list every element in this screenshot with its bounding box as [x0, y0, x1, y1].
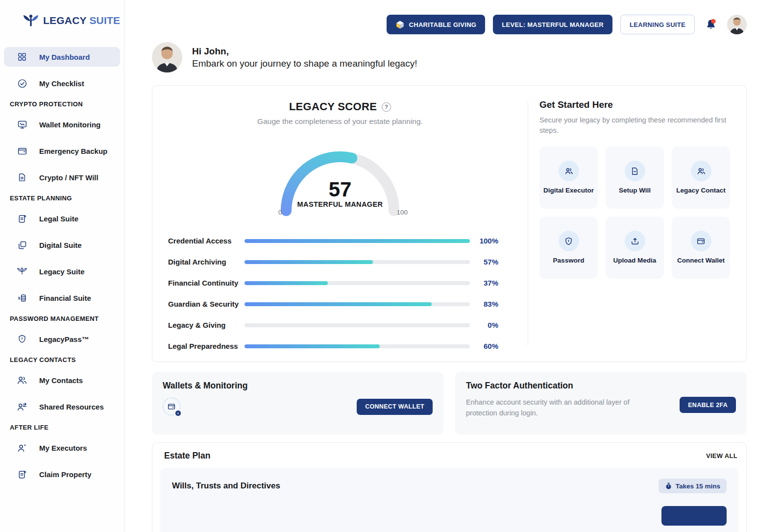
get-started-title: Get Started Here: [539, 99, 730, 110]
charitable-giving-button[interactable]: CHARITABLE GIVING: [387, 15, 486, 34]
help-icon[interactable]: ?: [382, 102, 391, 112]
progress-track: [244, 281, 470, 285]
tile-connect-wallet[interactable]: Connect Wallet: [672, 217, 730, 279]
sidebar-item-my-contacts[interactable]: My Contacts: [4, 370, 120, 390]
time-badge: Takes 15 mins: [659, 479, 727, 493]
sidebar-item-label: My Dashboard: [39, 53, 90, 61]
sidebar-item-claim-property[interactable]: Claim Property: [4, 464, 120, 484]
user-share-icon: [17, 401, 27, 412]
plus-badge-icon: +: [175, 410, 181, 416]
learning-suite-button[interactable]: LEARNING SUITE: [620, 15, 695, 34]
brand-logo[interactable]: LEGACY SUITE: [0, 14, 124, 27]
sidebar-item-financial-suite[interactable]: $ Financial Suite: [4, 288, 120, 308]
get-started-tiles: Digital Executor Setup Will: [539, 146, 730, 279]
sidebar-item-label: Legal Suite: [39, 215, 78, 223]
tile-password[interactable]: Password: [539, 217, 598, 279]
sidebar-item-label: Emergency Backup: [39, 147, 107, 155]
gift-cube-icon: [395, 20, 405, 29]
sidebar-section-estate-planning: ESTATE PLANNING: [0, 194, 124, 203]
time-badge-label: Takes 15 mins: [676, 483, 720, 490]
sidebar-item-label: Wallet Monitoring: [39, 121, 100, 129]
progress-fill: [244, 260, 373, 264]
bar-value: 83%: [470, 300, 498, 308]
bar-value: 57%: [470, 258, 498, 266]
tile-label: Legacy Contact: [673, 186, 729, 194]
document-icon: [625, 161, 645, 181]
wallets-card-title: Wallets & Monitoring: [163, 381, 433, 391]
gauge-min-label: 0: [278, 209, 282, 216]
connect-wallet-button[interactable]: CONNECT WALLET: [357, 399, 433, 415]
user-star-icon: [17, 442, 27, 453]
estate-plan-item: Wills, Trusts and Directives Takes 15 mi…: [160, 468, 738, 532]
twofa-description: Enhance account security with an additio…: [466, 397, 662, 418]
sidebar-item-label: Shared Resources: [39, 403, 104, 411]
sidebar-section-password-management: PASSWORD MANAGEMENT: [0, 314, 124, 323]
notifications-bell-icon[interactable]: [703, 16, 719, 33]
sidebar-item-crypto-nft-will[interactable]: Crypto / NFT Will: [4, 168, 120, 187]
score-bar-row: Guardian & Security 83%: [168, 300, 498, 308]
score-bar-row: Financial Continuity 37%: [168, 279, 498, 287]
dashboard-grid-icon: [17, 51, 27, 62]
sidebar-item-my-executors[interactable]: My Executors: [4, 438, 120, 458]
sidebar-item-shared-resources[interactable]: Shared Resources: [4, 397, 120, 416]
progress-fill: [244, 344, 380, 348]
topbar: CHARITABLE GIVING LEVEL: MASTERFUL MANAG…: [152, 15, 747, 34]
progress-track: [244, 302, 470, 306]
document-icon: [17, 172, 27, 183]
level-label: LEVEL: MASTERFUL MANAGER: [502, 21, 604, 28]
tile-label: Digital Executor: [540, 186, 597, 194]
estate-action-button[interactable]: [661, 506, 727, 526]
estate-plan-card: Estate Plan VIEW ALL Wills, Trusts and D…: [152, 442, 747, 532]
wallets-monitoring-card: Wallets & Monitoring + CONNECT WALLET: [152, 372, 443, 435]
legacy-score-title: LEGACY SCORE: [289, 100, 377, 113]
progress-track: [244, 323, 470, 327]
bar-label: Financial Continuity: [168, 279, 244, 287]
enable-2fa-button[interactable]: ENABLE 2FA: [680, 397, 736, 413]
brand-bird-icon: [23, 14, 39, 27]
legacy-score-gauge: 57 MASTERFUL MANAGER 0 100: [276, 145, 404, 216]
profile-avatar[interactable]: [727, 15, 747, 34]
sidebar-item-legacypass[interactable]: LegacyPass™: [4, 329, 120, 349]
enable-2fa-label: ENABLE 2FA: [688, 402, 728, 409]
sidebar-item-label: LegacyPass™: [39, 335, 89, 343]
tile-label: Upload Media: [611, 256, 660, 265]
sidebar-item-legal-suite[interactable]: Legal Suite: [4, 209, 120, 228]
app-root: LEGACY SUITE My Dashboard My Checklist C…: [0, 0, 782, 532]
sidebar-item-my-checklist[interactable]: My Checklist: [4, 73, 120, 93]
main-content: CHARITABLE GIVING LEVEL: MASTERFUL MANAG…: [124, 0, 782, 532]
sidebar-item-digital-suite[interactable]: Digital Suite: [4, 235, 120, 255]
svg-text:$: $: [18, 296, 20, 300]
tile-legacy-contact[interactable]: Legacy Contact: [672, 146, 730, 209]
charitable-giving-label: CHARITABLE GIVING: [409, 21, 477, 28]
greeting-avatar: [152, 42, 182, 73]
greeting-title: Hi John,: [192, 46, 417, 57]
sidebar-item-wallet-monitoring[interactable]: Wallet Monitoring: [4, 115, 120, 134]
sidebar-item-emergency-backup[interactable]: Emergency Backup: [4, 141, 120, 161]
legacy-score-level: MASTERFUL MANAGER: [276, 200, 404, 208]
add-wallet-icon[interactable]: +: [163, 398, 180, 415]
score-bar-row: Credential Access 100%: [168, 237, 498, 245]
sidebar-item-label: Legacy Suite: [39, 267, 85, 276]
score-bar-row: Legacy & Giving 0%: [168, 321, 498, 329]
score-category-bars: Credential Access 100% Digital Archiving…: [152, 237, 528, 363]
users-icon: [17, 375, 27, 386]
tile-digital-executor[interactable]: Digital Executor: [539, 146, 598, 209]
monitor-chart-icon: [17, 119, 27, 130]
greeting: Hi John, Embark on your journey to shape…: [152, 42, 747, 73]
tile-setup-will[interactable]: Setup Will: [606, 146, 664, 209]
tile-upload-media[interactable]: Upload Media: [606, 217, 664, 279]
gauge-max-label: 100: [396, 209, 408, 216]
wallet-icon: [17, 145, 27, 156]
level-badge-button[interactable]: LEVEL: MASTERFUL MANAGER: [493, 15, 612, 34]
view-all-link[interactable]: VIEW ALL: [706, 452, 737, 459]
sidebar-item-legacy-suite[interactable]: Legacy Suite: [4, 262, 120, 281]
sidebar-item-label: My Contacts: [39, 376, 83, 385]
sidebar-item-label: Digital Suite: [39, 241, 82, 249]
sidebar-item-label: My Checklist: [39, 79, 84, 88]
bar-value: 37%: [470, 279, 498, 287]
sidebar-item-my-dashboard[interactable]: My Dashboard: [4, 47, 120, 67]
upload-icon: [625, 231, 645, 251]
sidebar-item-label: Financial Suite: [39, 294, 91, 302]
copy-pages-icon: [17, 240, 27, 250]
progress-track: [244, 344, 470, 348]
